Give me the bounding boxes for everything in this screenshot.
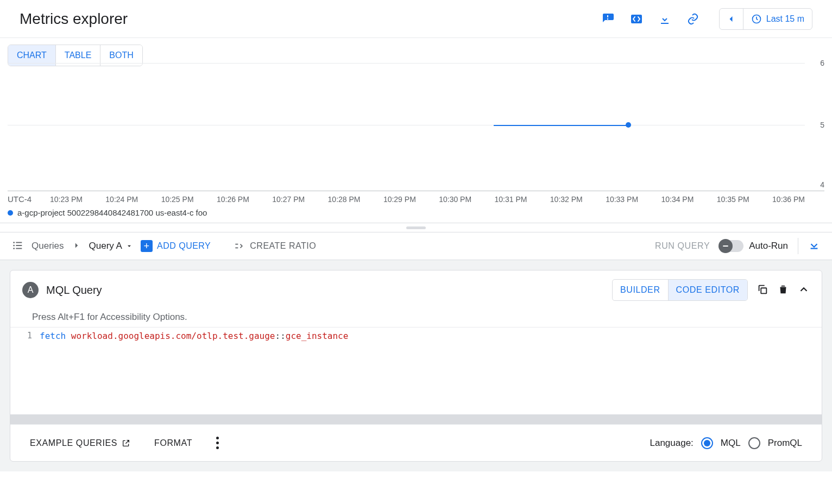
chart-container: 6 5 4 UTC-4 10:23 PM 10:24 PM 10:25 PM 1… bbox=[0, 55, 832, 223]
x-tick: 10:27 PM bbox=[272, 195, 305, 204]
token-keyword: fetch bbox=[40, 331, 66, 341]
footer-right: Language: MQL PromQL bbox=[650, 437, 802, 449]
x-tick: 10:36 PM bbox=[772, 195, 805, 204]
auto-run-label: Auto-Run bbox=[749, 241, 788, 251]
y-tick: 5 bbox=[820, 121, 824, 129]
query-panel-header-right: BUILDER CODE EDITOR bbox=[612, 279, 810, 301]
legend-series-label: a-gcp-project 5002298440842481700 us-eas… bbox=[17, 208, 207, 217]
radio-promql[interactable] bbox=[748, 437, 760, 449]
example-queries-button[interactable]: EXAMPLE QUERIES bbox=[30, 438, 130, 448]
create-ratio-label: CREATE RATIO bbox=[250, 241, 316, 251]
x-tick: 10:29 PM bbox=[383, 195, 416, 204]
add-query-label: ADD QUERY bbox=[157, 241, 211, 251]
delete-icon[interactable] bbox=[777, 284, 789, 297]
builder-mode-button[interactable]: BUILDER bbox=[613, 280, 668, 300]
caret-down-icon bbox=[125, 242, 133, 250]
create-ratio-button[interactable]: CREATE RATIO bbox=[234, 241, 316, 251]
svg-point-4 bbox=[13, 244, 15, 246]
time-range-picker[interactable]: Last 15 m bbox=[743, 14, 812, 24]
legend-dot-icon bbox=[8, 210, 13, 216]
y-tick: 6 bbox=[820, 59, 824, 67]
query-name-label: Query A bbox=[89, 241, 122, 251]
resize-handle[interactable] bbox=[0, 223, 832, 232]
svg-rect-7 bbox=[16, 248, 22, 249]
query-panel: A MQL Query BUILDER CODE EDITOR Press bbox=[10, 270, 822, 462]
x-tick: 10:32 PM bbox=[550, 195, 583, 204]
collapse-icon[interactable] bbox=[798, 284, 810, 297]
run-query-button[interactable]: RUN QUERY bbox=[655, 241, 710, 251]
lang-mql-label: MQL bbox=[721, 438, 741, 449]
token-path: workload.googleapis.com/otlp.test.gauge bbox=[71, 331, 275, 341]
grab-handle-icon bbox=[406, 226, 426, 229]
code-editor[interactable]: 1 fetch workload.googleapis.com/otlp.tes… bbox=[10, 327, 822, 414]
external-link-icon bbox=[122, 439, 130, 448]
feedback-icon[interactable] bbox=[602, 12, 615, 26]
link-icon[interactable] bbox=[686, 12, 699, 26]
svg-point-2 bbox=[13, 242, 15, 243]
accessibility-hint: Press Alt+F1 for Accessibility Options. bbox=[10, 310, 822, 327]
chevron-right-icon bbox=[72, 241, 81, 252]
chart-plot-area[interactable]: 6 5 4 bbox=[8, 55, 824, 191]
token-resource: gce_instance bbox=[286, 331, 349, 341]
code-line[interactable]: fetch workload.googleapis.com/otlp.test.… bbox=[40, 327, 348, 414]
copy-icon[interactable] bbox=[757, 284, 768, 297]
svg-rect-10 bbox=[761, 288, 766, 293]
download-icon[interactable] bbox=[658, 12, 671, 26]
svg-point-6 bbox=[13, 248, 15, 249]
header-actions: Last 15 m bbox=[602, 8, 812, 30]
query-panel-container: A MQL Query BUILDER CODE EDITOR Press bbox=[0, 260, 832, 471]
line-number: 1 bbox=[10, 327, 40, 414]
editor-scroll-strip[interactable] bbox=[10, 414, 822, 424]
svg-rect-5 bbox=[16, 245, 22, 246]
x-tick: 10:23 PM bbox=[50, 195, 83, 204]
clock-icon bbox=[751, 14, 762, 24]
footer-left: EXAMPLE QUERIES FORMAT bbox=[30, 437, 219, 449]
switch-knob-icon bbox=[718, 239, 733, 253]
x-tick: 10:35 PM bbox=[717, 195, 749, 204]
y-tick: 4 bbox=[820, 180, 824, 189]
queries-list-icon[interactable] bbox=[12, 240, 24, 253]
x-ticks: 10:23 PM 10:24 PM 10:25 PM 10:26 PM 10:2… bbox=[50, 195, 824, 204]
x-tick: 10:26 PM bbox=[217, 195, 249, 204]
queries-bar-right: RUN QUERY Auto-Run bbox=[655, 238, 820, 254]
more-menu-icon[interactable] bbox=[216, 437, 219, 449]
time-range-group: Last 15 m bbox=[719, 8, 812, 30]
query-name-dropdown[interactable]: Query A bbox=[89, 241, 133, 251]
x-tick: 10:34 PM bbox=[661, 195, 694, 204]
ratio-icon bbox=[234, 241, 244, 251]
token-operator: :: bbox=[275, 331, 286, 341]
x-tick: 10:25 PM bbox=[161, 195, 194, 204]
expand-down-button[interactable] bbox=[808, 240, 820, 253]
query-panel-header: A MQL Query BUILDER CODE EDITOR bbox=[10, 270, 822, 310]
query-panel-header-left: A MQL Query bbox=[22, 282, 102, 298]
format-button[interactable]: FORMAT bbox=[154, 438, 192, 448]
page-title: Metrics explorer bbox=[20, 10, 128, 28]
query-panel-footer: EXAMPLE QUERIES FORMAT Language: MQL Pro… bbox=[10, 424, 822, 461]
switch-track bbox=[720, 240, 743, 252]
chart-legend[interactable]: a-gcp-project 5002298440842481700 us-eas… bbox=[8, 206, 824, 223]
time-back-button[interactable] bbox=[720, 9, 743, 29]
code-icon[interactable] bbox=[630, 12, 643, 26]
queries-label: Queries bbox=[31, 241, 64, 251]
language-label: Language: bbox=[650, 438, 693, 449]
x-axis: UTC-4 10:23 PM 10:24 PM 10:25 PM 10:26 P… bbox=[8, 191, 824, 206]
time-range-label: Last 15 m bbox=[766, 14, 804, 24]
example-queries-label: EXAMPLE QUERIES bbox=[30, 438, 117, 448]
auto-run-toggle[interactable]: Auto-Run bbox=[720, 240, 788, 252]
plus-icon: + bbox=[141, 240, 153, 252]
series-line bbox=[494, 125, 628, 126]
radio-mql[interactable] bbox=[701, 437, 713, 449]
queries-bar-left: Queries Query A + ADD QUERY CREATE RATIO bbox=[12, 240, 644, 253]
series-point bbox=[626, 122, 631, 128]
divider bbox=[798, 238, 798, 254]
gridline bbox=[8, 125, 805, 125]
x-tick: 10:24 PM bbox=[105, 195, 138, 204]
x-tick: 10:33 PM bbox=[606, 195, 638, 204]
timezone-label: UTC-4 bbox=[8, 194, 50, 204]
add-query-button[interactable]: + ADD QUERY bbox=[141, 240, 211, 252]
code-editor-mode-button[interactable]: CODE EDITOR bbox=[668, 280, 747, 300]
query-badge: A bbox=[22, 282, 39, 298]
header: Metrics explorer Last 15 m bbox=[0, 0, 832, 38]
query-panel-title: MQL Query bbox=[46, 284, 102, 297]
x-tick: 10:28 PM bbox=[328, 195, 361, 204]
